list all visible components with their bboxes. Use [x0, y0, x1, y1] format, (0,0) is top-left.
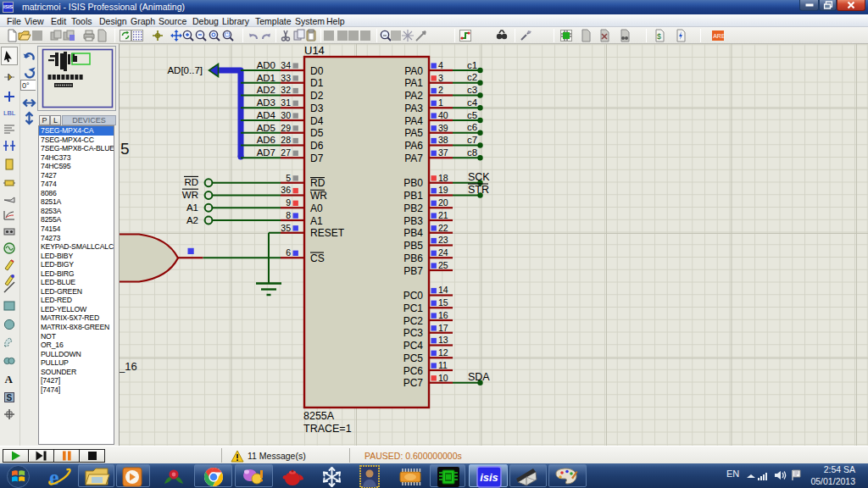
svg-text:PB4: PB4: [403, 227, 423, 239]
svg-text:c6: c6: [467, 122, 477, 132]
svg-text:1: 1: [438, 97, 443, 108]
svg-text:17: 17: [438, 323, 448, 333]
svg-text:36: 36: [281, 185, 291, 195]
svg-text:PC4: PC4: [403, 340, 424, 352]
svg-text:A: A: [5, 373, 14, 385]
svg-text:9: 9: [286, 197, 291, 208]
svg-text:AD2: AD2: [257, 85, 275, 95]
svg-text:TRACE=1: TRACE=1: [303, 423, 352, 435]
svg-text:38: 38: [438, 135, 448, 145]
svg-text:PB2: PB2: [403, 202, 423, 214]
svg-text:PC1: PC1: [403, 302, 424, 314]
svg-text:35: 35: [281, 223, 291, 233]
svg-text:11: 11: [438, 360, 448, 370]
svg-text:PB3: PB3: [403, 215, 423, 227]
svg-text:4: 4: [438, 60, 443, 70]
svg-text:PA1: PA1: [404, 77, 423, 89]
svg-text:CS: CS: [310, 252, 325, 264]
svg-text:2: 2: [438, 85, 443, 95]
svg-text:AD3: AD3: [257, 97, 275, 108]
svg-text:37: 37: [438, 147, 448, 158]
svg-text:S: S: [7, 393, 13, 402]
svg-text:PB6: PB6: [403, 252, 423, 264]
svg-text:D0: D0: [310, 65, 324, 77]
svg-text:6: 6: [286, 247, 291, 258]
svg-text:A1: A1: [310, 215, 323, 227]
svg-text:24: 24: [438, 247, 448, 258]
svg-text:WR: WR: [310, 190, 327, 202]
svg-text:STR: STR: [468, 184, 489, 196]
svg-text:AD7: AD7: [257, 147, 275, 158]
svg-text:D7: D7: [310, 152, 324, 164]
svg-text:SDA: SDA: [468, 371, 490, 383]
svg-text:PC0: PC0: [403, 290, 424, 302]
svg-text:A0: A0: [310, 202, 323, 214]
svg-text:28: 28: [281, 135, 291, 145]
svg-text:_16: _16: [120, 360, 137, 373]
svg-text:PC3: PC3: [403, 327, 424, 339]
svg-text:5: 5: [120, 140, 130, 158]
svg-text:c7: c7: [467, 135, 477, 145]
svg-text:D2: D2: [310, 90, 324, 102]
svg-text:8: 8: [286, 210, 291, 220]
svg-text:PA7: PA7: [404, 152, 423, 164]
svg-text:14: 14: [438, 285, 448, 295]
svg-text:c3: c3: [467, 85, 477, 95]
svg-text:RD: RD: [184, 177, 198, 187]
svg-text:8255A: 8255A: [303, 410, 335, 422]
svg-text:3: 3: [438, 73, 443, 83]
svg-text:AD1: AD1: [257, 73, 275, 83]
svg-text:21: 21: [438, 210, 448, 220]
svg-text:15: 15: [438, 297, 448, 308]
svg-text:PC7: PC7: [403, 377, 424, 389]
svg-text:PA5: PA5: [404, 127, 423, 139]
svg-text:PA4: PA4: [404, 115, 423, 127]
svg-text:c5: c5: [467, 110, 477, 120]
svg-text:PC2: PC2: [403, 315, 424, 327]
svg-text:WR: WR: [182, 190, 198, 200]
svg-text:PC6: PC6: [403, 365, 424, 377]
svg-text:RESET: RESET: [310, 227, 345, 239]
svg-text:c2: c2: [467, 72, 477, 82]
svg-text:AD[0..7]: AD[0..7]: [167, 65, 203, 75]
svg-text:19: 19: [438, 185, 448, 195]
svg-text:ARES: ARES: [713, 33, 725, 39]
svg-text:SCK: SCK: [468, 171, 490, 183]
svg-text:10: 10: [438, 373, 448, 383]
svg-text:39: 39: [438, 123, 448, 133]
svg-text:27: 27: [281, 147, 291, 158]
svg-text:AD6: AD6: [257, 135, 275, 145]
svg-text:D5: D5: [310, 127, 324, 139]
svg-text:PA6: PA6: [404, 140, 423, 152]
svg-text:PA2: PA2: [404, 90, 423, 102]
svg-text:40: 40: [438, 110, 448, 120]
svg-text:D3: D3: [310, 103, 324, 114]
svg-text:PA3: PA3: [404, 103, 423, 114]
svg-text:D4: D4: [310, 115, 324, 127]
svg-text:U14: U14: [304, 44, 325, 57]
svg-text:PB7: PB7: [403, 265, 423, 277]
svg-text:PA0: PA0: [404, 65, 423, 77]
svg-text:13: 13: [438, 335, 448, 345]
svg-text:32: 32: [281, 85, 291, 95]
svg-text:5: 5: [286, 173, 291, 183]
svg-text:D1: D1: [310, 77, 324, 89]
svg-text:25: 25: [438, 260, 448, 270]
svg-text:29: 29: [281, 123, 291, 133]
svg-text:18: 18: [438, 173, 448, 183]
svg-text:c1: c1: [467, 60, 477, 70]
svg-text:31: 31: [281, 97, 291, 108]
svg-text:c8: c8: [467, 147, 477, 158]
svg-text:isis: isis: [480, 471, 498, 484]
svg-text:34: 34: [281, 60, 291, 70]
svg-text:PB5: PB5: [403, 240, 423, 252]
svg-text:PC5: PC5: [403, 352, 424, 364]
svg-text:22: 22: [438, 223, 448, 233]
svg-text:A2: A2: [186, 215, 198, 225]
svg-text:A1: A1: [186, 202, 198, 213]
svg-text:D6: D6: [310, 140, 324, 152]
svg-text:16: 16: [438, 310, 448, 320]
svg-text:LBL: LBL: [3, 109, 16, 117]
svg-text:RD: RD: [310, 177, 326, 189]
svg-text:30: 30: [281, 110, 291, 120]
